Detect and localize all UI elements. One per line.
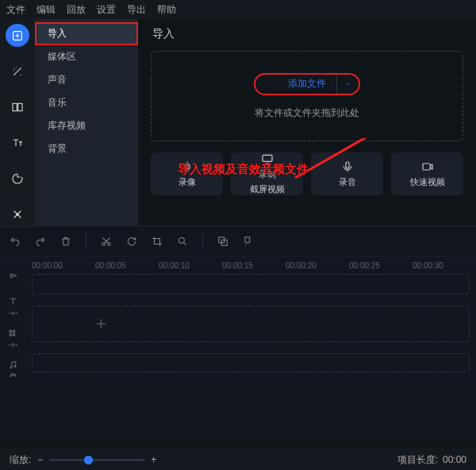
ruler-tick: 00:00:30 [413, 261, 476, 270]
svg-point-22 [13, 366, 15, 368]
svg-rect-9 [423, 164, 430, 170]
add-file-button[interactable]: 添加文件 [254, 73, 360, 95]
ruler-tick: 00:00:20 [286, 261, 349, 270]
ruler-tick: 00:00:15 [222, 261, 286, 270]
tool-import-icon[interactable] [6, 24, 29, 47]
menu-help[interactable]: 帮助 [157, 3, 176, 17]
tool-more-icon[interactable] [6, 202, 29, 225]
menu-settings[interactable]: 设置 [97, 3, 116, 17]
undo-icon[interactable] [10, 236, 21, 247]
tl-video-track-icon[interactable] [8, 323, 18, 355]
zoom-slider[interactable] [49, 459, 144, 461]
crop-icon[interactable] [152, 236, 163, 247]
sidebar-item-media[interactable]: 媒体区 [35, 45, 138, 68]
sidebar: 导入 媒体区 声音 音乐 库存视频 背景 [35, 19, 138, 225]
menu-file[interactable]: 文件 [6, 3, 25, 17]
svg-rect-1 [13, 103, 17, 110]
marker-icon[interactable] [243, 236, 254, 247]
plus-icon: + [96, 314, 106, 334]
timeline: 00:00:00 00:00:05 00:00:10 00:00:15 00:0… [0, 256, 476, 438]
tl-text-track-icon[interactable] [8, 291, 18, 323]
text-track[interactable] [32, 274, 470, 295]
cut-icon[interactable] [101, 236, 112, 247]
duration-value: 00:00 [443, 454, 466, 465]
menubar: 文件 编辑 回放 设置 导出 帮助 [0, 0, 476, 19]
action-quick-video-label: 快速视频 [410, 176, 445, 188]
zoom-plus-icon[interactable]: + [151, 454, 156, 465]
tool-sticker-icon[interactable] [6, 167, 29, 190]
search-icon[interactable] [177, 236, 188, 247]
svg-point-21 [10, 367, 11, 368]
add-file-label: 添加文件 [288, 77, 326, 91]
drop-hint: 将文件或文件夹拖到此处 [255, 106, 359, 120]
tool-transition-icon[interactable] [6, 95, 29, 118]
menu-edit[interactable]: 编辑 [36, 3, 56, 17]
sidebar-item-sound[interactable]: 声音 [35, 68, 138, 91]
menu-play[interactable]: 回放 [67, 3, 86, 17]
svg-rect-17 [10, 334, 11, 336]
page-title: 导入 [152, 27, 463, 41]
ruler-tick: 00:00:00 [32, 261, 95, 270]
timeline-ruler[interactable]: 00:00:00 00:00:05 00:00:10 00:00:15 00:0… [0, 256, 476, 274]
tl-add-icon[interactable] [8, 260, 18, 291]
overlay-icon[interactable] [217, 236, 228, 247]
ruler-tick: 00:00:05 [95, 261, 159, 270]
ruler-tick: 00:00:25 [349, 261, 413, 270]
tool-text-icon[interactable] [6, 131, 29, 154]
svg-point-12 [178, 237, 184, 243]
svg-rect-2 [18, 103, 22, 110]
action-record-audio-label: 录音 [339, 176, 356, 188]
audio-track[interactable] [32, 353, 470, 372]
zoom-label: 缩放: [10, 453, 31, 467]
action-quick-video[interactable]: 快速视频 [391, 152, 463, 195]
svg-point-3 [17, 213, 19, 215]
tl-audio-track-icon[interactable] [8, 355, 18, 387]
edit-toolbar [0, 225, 476, 256]
action-record-audio[interactable]: 录音 [311, 152, 383, 195]
timeline-icon-col [0, 256, 27, 438]
tool-wand-icon[interactable] [6, 60, 29, 83]
duration-label: 项目长度: [397, 453, 438, 467]
rotate-icon[interactable] [126, 236, 137, 247]
svg-rect-8 [346, 162, 349, 168]
track-area: + [32, 274, 470, 383]
svg-point-20 [11, 344, 13, 346]
sidebar-item-stock[interactable]: 库存视频 [35, 114, 138, 137]
sidebar-item-music[interactable]: 音乐 [35, 91, 138, 114]
tool-strip [0, 19, 35, 225]
zoom-control[interactable]: 缩放: − + [10, 453, 156, 467]
annotation-text: 导入视频及音效音频文件 [178, 162, 309, 177]
ruler-tick: 00:00:10 [159, 261, 222, 270]
footer: 缩放: − + 项目长度: 00:00 [0, 448, 476, 470]
chevron-down-icon[interactable] [336, 75, 359, 94]
redo-icon[interactable] [35, 236, 46, 247]
action-screencast-label2: 截屏视频 [250, 183, 285, 195]
drop-zone[interactable]: 添加文件 将文件或文件夹拖到此处 [151, 51, 463, 141]
zoom-minus-icon[interactable]: − [37, 454, 43, 465]
svg-rect-16 [10, 330, 11, 332]
main-pane: 导入 添加文件 将文件或文件夹拖到此处 导入视频及音效音频文件 录像 [138, 19, 476, 225]
delete-icon[interactable] [60, 236, 71, 247]
svg-point-15 [11, 312, 13, 314]
sidebar-item-bg[interactable]: 背景 [35, 137, 138, 160]
menu-export[interactable]: 导出 [127, 3, 146, 17]
video-track[interactable]: + [32, 306, 470, 342]
svg-rect-19 [13, 334, 14, 336]
sidebar-item-import[interactable]: 导入 [35, 22, 138, 45]
action-camera-label: 录像 [178, 176, 196, 188]
svg-rect-18 [13, 330, 14, 332]
svg-rect-7 [263, 155, 272, 161]
